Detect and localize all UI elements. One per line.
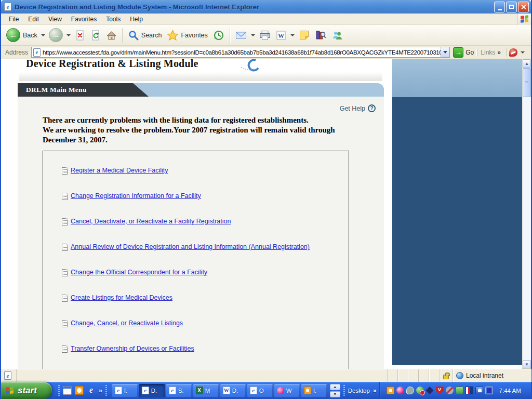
link-cancel-registration[interactable]: Cancel, Deactivate, or Reactivate a Faci… bbox=[71, 218, 231, 225]
list-item: Cancel, Deactivate, or Reactivate a Faci… bbox=[62, 218, 349, 243]
minimize-button[interactable] bbox=[494, 2, 505, 12]
links-toolbar[interactable]: Links » bbox=[477, 49, 504, 56]
menu-help[interactable]: Help bbox=[125, 14, 148, 24]
word-dropdown[interactable] bbox=[290, 34, 295, 36]
taskbar-scroll-arrows: ▲ ▼ bbox=[330, 384, 340, 397]
search-button[interactable]: Search bbox=[125, 28, 165, 43]
research-books-icon bbox=[315, 30, 326, 41]
link-change-correspondent[interactable]: Change the Official Correspondent for a … bbox=[71, 269, 207, 276]
task-button-ie-4[interactable]: O bbox=[247, 384, 273, 397]
vertical-scrollbar[interactable]: ▲ ▼ bbox=[522, 59, 531, 369]
link-register-facility[interactable]: Register a Medical Device Facility bbox=[71, 167, 168, 175]
show-desktop-icon[interactable] bbox=[63, 386, 72, 395]
link-annual-review[interactable]: Annual Review of Device Registration and… bbox=[71, 243, 310, 251]
back-dropdown[interactable] bbox=[41, 34, 45, 36]
banner-tab: DRLM Main Menu bbox=[18, 83, 149, 97]
back-label: Back bbox=[23, 32, 37, 39]
offline-status-icon[interactable] bbox=[416, 387, 424, 394]
address-input[interactable]: https://www.accesstest.fda.gov/drlm/main… bbox=[31, 47, 450, 58]
task-button-word[interactable]: D. bbox=[220, 384, 246, 397]
stop-button[interactable] bbox=[72, 29, 88, 42]
address-dropdown-button[interactable] bbox=[441, 47, 449, 57]
address-label: Address bbox=[5, 49, 28, 56]
edit-notes-button[interactable] bbox=[296, 28, 312, 42]
scroll-down-button[interactable]: ▼ bbox=[523, 360, 531, 369]
start-button[interactable]: start bbox=[1, 382, 52, 399]
status-pane bbox=[408, 369, 419, 382]
quick-launch-clock-icon[interactable] bbox=[75, 386, 84, 395]
network-monitor-icon[interactable] bbox=[485, 387, 493, 394]
go-button[interactable]: Go bbox=[453, 47, 474, 58]
menu-file[interactable]: File bbox=[4, 14, 23, 24]
messenger-bubble-icon[interactable] bbox=[406, 387, 414, 394]
link-create-listings[interactable]: Create Listings for Medical Devices bbox=[71, 294, 172, 302]
link-change-listings[interactable]: Change, Cancel, or Reactivate Listings bbox=[71, 320, 183, 327]
no-access-icon[interactable] bbox=[446, 387, 454, 394]
task-button-excel[interactable]: M bbox=[193, 384, 219, 397]
toolbar-grip[interactable] bbox=[58, 385, 60, 396]
scrollbar-thumb[interactable] bbox=[523, 68, 531, 97]
key-icon[interactable] bbox=[426, 387, 434, 394]
page-content: Device Registration & Listing Module DRL… bbox=[1, 59, 522, 369]
taskbar-scroll-down[interactable]: ▼ bbox=[330, 391, 340, 397]
back-button[interactable]: Back bbox=[4, 27, 39, 43]
forward-button[interactable] bbox=[47, 27, 65, 43]
refresh-button[interactable] bbox=[88, 29, 103, 42]
help-question-icon[interactable]: ? bbox=[368, 104, 376, 112]
adobe-pdf-icon bbox=[509, 48, 517, 57]
get-help-link[interactable]: Get Help ? bbox=[340, 104, 376, 112]
forward-dropdown[interactable] bbox=[66, 34, 71, 36]
home-button[interactable] bbox=[103, 29, 119, 42]
task-button-ie-1[interactable]: I. bbox=[112, 384, 138, 397]
security-agent-icon[interactable] bbox=[475, 387, 483, 394]
scroll-up-button[interactable]: ▲ bbox=[523, 59, 531, 68]
main-menu-box: Register a Medical Device Facility Chang… bbox=[43, 151, 349, 369]
desktop-label[interactable]: Desktop bbox=[348, 388, 370, 394]
adobe-pdf-button[interactable] bbox=[506, 48, 529, 57]
menu-favorites[interactable]: Favorites bbox=[66, 14, 101, 24]
updates-icon[interactable] bbox=[456, 387, 463, 394]
antivirus-shield-icon[interactable]: V bbox=[436, 387, 444, 394]
history-button[interactable] bbox=[210, 28, 227, 43]
flag-icon[interactable] bbox=[466, 387, 473, 394]
scrollbar-track[interactable] bbox=[523, 68, 531, 360]
link-transfer-ownership[interactable]: Transfer Ownership of Devices or Facilit… bbox=[71, 345, 194, 353]
toolbar-grip[interactable] bbox=[343, 385, 345, 396]
header-divider-band bbox=[19, 72, 382, 81]
taskbar-clock[interactable]: 7:44 AM bbox=[499, 388, 521, 394]
links-chevron-icon[interactable]: » bbox=[497, 49, 501, 56]
close-button[interactable] bbox=[518, 2, 529, 12]
task-button-ie-3[interactable]: S. bbox=[166, 384, 192, 397]
messenger-button[interactable] bbox=[329, 28, 345, 42]
research-button[interactable] bbox=[312, 28, 329, 42]
quick-launch-chevron-icon[interactable]: » bbox=[99, 387, 102, 394]
quick-launch-ie-icon[interactable]: e bbox=[87, 386, 96, 395]
webex-icon[interactable] bbox=[396, 387, 404, 394]
mail-dropdown[interactable] bbox=[251, 34, 255, 36]
desktop-chevron-icon[interactable]: » bbox=[373, 387, 377, 394]
print-button[interactable] bbox=[257, 29, 273, 42]
messenger-icon bbox=[331, 30, 343, 41]
link-change-registration[interactable]: Change Registration Information for a Fa… bbox=[71, 192, 201, 200]
restore-button[interactable] bbox=[506, 2, 517, 12]
status-message-pane bbox=[17, 369, 388, 382]
zone-label: Local intranet bbox=[466, 372, 503, 379]
task-button-ie-2-active[interactable]: D. bbox=[139, 384, 165, 397]
favorites-button[interactable]: Favorites bbox=[164, 28, 210, 43]
window-title: Device Registration and Listing Module S… bbox=[15, 3, 493, 11]
task-button-clock-app[interactable]: I. bbox=[301, 384, 327, 397]
mail-button[interactable] bbox=[233, 29, 249, 42]
menu-tools[interactable]: Tools bbox=[101, 14, 125, 24]
menu-view[interactable]: View bbox=[44, 14, 66, 24]
task-button-webex[interactable]: W bbox=[274, 384, 300, 397]
toolbar-grip[interactable] bbox=[105, 385, 107, 396]
start-windows-flag-icon bbox=[6, 387, 14, 395]
edit-with-word-button[interactable]: W bbox=[273, 29, 289, 42]
sidebar-navy-panel bbox=[392, 97, 522, 365]
clock-icon[interactable] bbox=[387, 387, 394, 394]
menu-edit[interactable]: Edit bbox=[23, 14, 44, 24]
home-icon bbox=[106, 30, 117, 41]
taskbar-scroll-up[interactable]: ▲ bbox=[330, 384, 340, 390]
adobe-pdf-dropdown[interactable] bbox=[521, 51, 525, 54]
windows-flag-icon bbox=[521, 15, 529, 23]
